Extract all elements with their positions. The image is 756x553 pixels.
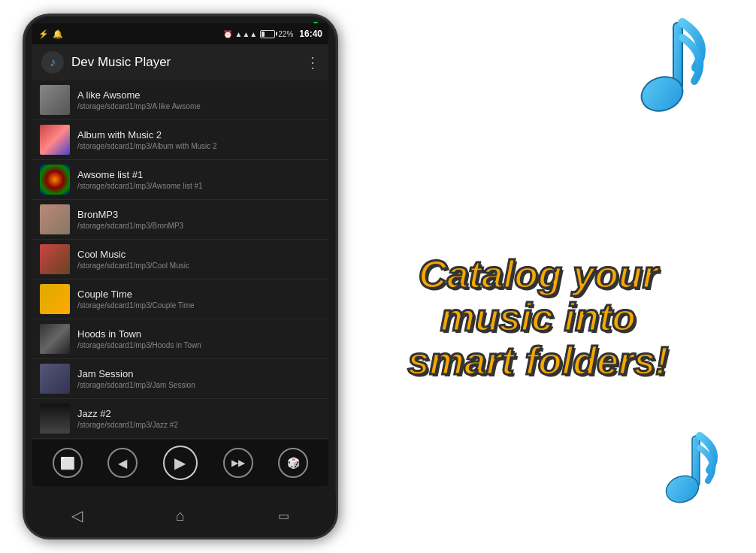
item-name: BronMP3 [77, 209, 321, 220]
overflow-menu-button[interactable]: ⋮ [305, 53, 319, 71]
list-item[interactable]: Awsome list #1 /storage/sdcard1/mp3/Awso… [32, 160, 328, 200]
album-art [40, 284, 70, 314]
item-info: BronMP3 /storage/sdcard1/mp3/BronMP3 [77, 209, 321, 230]
list-item[interactable]: Jam Session /storage/sdcard1/mp3/Jam Ses… [32, 359, 328, 399]
promo-text-block: Catalog your music into smart folders! [408, 208, 669, 382]
list-item[interactable]: Cool Music /storage/sdcard1/mp3/Cool Mus… [32, 240, 328, 280]
list-item[interactable]: Couple Time /storage/sdcard1/mp3/Couple … [32, 280, 328, 319]
item-path: /storage/sdcard1/mp3/Jam Session [77, 381, 321, 389]
item-info: Album with Music 2 /storage/sdcard1/mp3/… [77, 129, 321, 150]
album-art [40, 165, 70, 195]
list-item[interactable]: A like Awsome /storage/sdcard1/mp3/A lik… [32, 80, 328, 120]
item-info: Awsome list #1 /storage/sdcard1/mp3/Awso… [77, 169, 321, 190]
album-art [40, 244, 70, 274]
item-path: /storage/sdcard1/mp3/BronMP3 [77, 222, 321, 230]
app-icon: ♪ [41, 51, 64, 74]
item-info: Couple Time /storage/sdcard1/mp3/Couple … [77, 289, 321, 310]
item-path: /storage/sdcard1/mp3/Awsome list #1 [77, 182, 321, 190]
item-info: Cool Music /storage/sdcard1/mp3/Cool Mus… [77, 249, 321, 270]
item-name: Couple Time [77, 289, 321, 300]
album-art [40, 204, 70, 234]
status-icons-left: ⚡ 🔔 [38, 29, 63, 39]
album-art [40, 403, 70, 434]
item-name: Awsome list #1 [77, 169, 321, 180]
music-list: A like Awsome /storage/sdcard1/mp3/A lik… [32, 80, 328, 440]
item-info: Jazz #2 /storage/sdcard1/mp3/Jazz #2 [77, 408, 321, 429]
item-path: /storage/sdcard1/mp3/Jazz #2 [77, 421, 321, 429]
alarm-icon: ⏰ [223, 30, 232, 38]
battery-indicator [260, 30, 275, 38]
player-controls: ⬜ ◀ ▶ ▶▶ 🎲 [32, 440, 328, 486]
item-info: Hoods in Town /storage/sdcard1/mp3/Hoods… [77, 328, 321, 349]
app-title: Dev Music Player [71, 55, 298, 70]
stop-button[interactable]: ⬜ [53, 448, 83, 478]
item-path: /storage/sdcard1/mp3/Hoods in Town [77, 341, 321, 349]
app-header: ♪ Dev Music Player ⋮ [32, 44, 328, 80]
item-info: A like Awsome /storage/sdcard1/mp3/A lik… [77, 89, 321, 110]
shuffle-button[interactable]: 🎲 [278, 448, 308, 478]
item-name: Hoods in Town [77, 328, 321, 340]
back-nav-button[interactable]: ◁ [71, 506, 83, 524]
phone-body: ⚡ 🔔 ⏰ ▲▲▲ 22% 16:40 [23, 14, 338, 539]
next-button[interactable]: ▶▶ [223, 448, 253, 478]
item-name: Album with Music 2 [77, 129, 321, 141]
battery-percentage: 22% [278, 30, 293, 38]
album-art [40, 125, 70, 155]
promo-line1: Catalog your music into smart folders! [408, 253, 669, 382]
status-bar: ⚡ 🔔 ⏰ ▲▲▲ 22% 16:40 [32, 23, 328, 44]
status-icons-right: ⏰ ▲▲▲ 22% 16:40 [223, 29, 322, 39]
item-name: Jazz #2 [77, 408, 321, 419]
item-name: Cool Music [77, 249, 321, 260]
list-item[interactable]: BronMP3 /storage/sdcard1/mp3/BronMP3 [32, 200, 328, 240]
album-art [40, 364, 70, 394]
album-art [40, 85, 70, 115]
item-path: /storage/sdcard1/mp3/Album with Music 2 [77, 142, 321, 150]
item-path: /storage/sdcard1/mp3/A like Awsome [77, 102, 321, 110]
usb-icon: ⚡ [38, 29, 49, 39]
music-note-large [598, 15, 718, 131]
list-item[interactable]: Album with Music 2 /storage/sdcard1/mp3/… [32, 120, 328, 160]
phone-screen: ⚡ 🔔 ⏰ ▲▲▲ 22% 16:40 [32, 23, 328, 486]
play-button[interactable]: ▶ [163, 446, 198, 480]
album-art [40, 324, 70, 354]
item-path: /storage/sdcard1/mp3/Cool Music [77, 261, 321, 270]
phone-mockup: ⚡ 🔔 ⏰ ▲▲▲ 22% 16:40 [23, 14, 338, 539]
nav-bar: ◁ ⌂ ▭ [25, 494, 336, 537]
notification-icon: 🔔 [53, 29, 63, 39]
recents-nav-button[interactable]: ▭ [278, 509, 289, 523]
music-note-small [636, 430, 726, 515]
prev-button[interactable]: ◀ [107, 448, 138, 478]
list-item[interactable]: Jazz #2 /storage/sdcard1/mp3/Jazz #2 [32, 399, 328, 439]
home-nav-button[interactable]: ⌂ [176, 507, 185, 524]
promo-section: Catalog your music into smart folders! [335, 0, 741, 553]
item-name: A like Awsome [77, 89, 321, 101]
list-item[interactable]: Hoods in Town /storage/sdcard1/mp3/Hoods… [32, 319, 328, 359]
item-info: Jam Session /storage/sdcard1/mp3/Jam Ses… [77, 368, 321, 389]
clock: 16:40 [299, 29, 322, 39]
item-name: Jam Session [77, 368, 321, 379]
item-path: /storage/sdcard1/mp3/Couple Time [77, 301, 321, 310]
signal-icon: ▲▲▲ [235, 30, 258, 38]
